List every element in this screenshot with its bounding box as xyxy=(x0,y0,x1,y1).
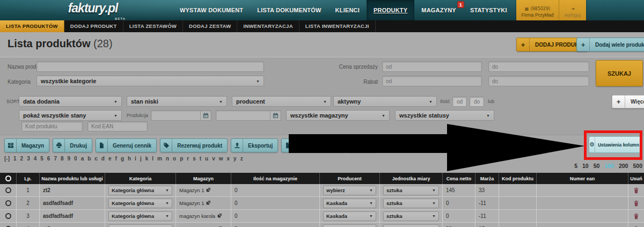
magazyny-select[interactable]: wszystkie magazyny▼ xyxy=(286,110,390,121)
producent-row-select[interactable]: wybierz▼ xyxy=(323,224,376,227)
alphabet-page-link[interactable]: o xyxy=(173,156,176,162)
alphabet-page-link[interactable]: z xyxy=(240,156,243,162)
alphabet-page-link[interactable]: x xyxy=(227,156,230,162)
page-size-option[interactable]: 200 xyxy=(619,163,628,169)
kategoria-row-select[interactable]: Kategoria główna▼ xyxy=(108,224,172,227)
alphabet-page-link[interactable]: s xyxy=(193,156,196,162)
nav-item-statystyki[interactable]: STATYSTYKI xyxy=(463,0,514,20)
alphabet-page-link[interactable]: 0 xyxy=(74,156,77,162)
kod-ean-input[interactable] xyxy=(87,121,148,131)
alphabet-page-link[interactable]: m xyxy=(157,156,162,162)
alphabet-page-link[interactable]: k xyxy=(145,156,149,162)
page-size-option[interactable]: 10 xyxy=(582,163,589,169)
nav-item-magazyny[interactable]: MAGAZYNY1 xyxy=(414,0,463,20)
trash-icon[interactable] xyxy=(633,213,639,219)
jednostka-row-select[interactable]: sztuka▼ xyxy=(383,224,439,227)
alphabet-page-link[interactable]: 7 xyxy=(54,156,57,162)
logo[interactable]: faktury.plBETA xyxy=(53,1,133,19)
subtab-inwentaryzacja[interactable]: INWENTARYZACJA xyxy=(237,20,299,32)
producent-row-select[interactable]: wybierz▼ xyxy=(323,186,376,195)
subtab-dodaj-produkt[interactable]: DODAJ PRODUKT xyxy=(64,20,123,32)
calendar-icon[interactable] xyxy=(270,111,281,120)
produkcja-do-date-input[interactable] xyxy=(216,110,281,121)
alphabet-page-link[interactable]: 4 xyxy=(34,156,37,162)
kategoria-row-select[interactable]: Kategoria główna▼ xyxy=(108,211,172,221)
column-settings-button[interactable]: ⚙ Ustawienia kolumn xyxy=(589,136,641,153)
toolbar-button-generuj-cennik[interactable]: Generuj cennik xyxy=(96,138,157,152)
alphabet-page-link[interactable]: v xyxy=(212,156,215,162)
more-filters-button[interactable]: + Więcej xyxy=(612,95,644,108)
nav-item-produkty[interactable]: PRODUKTY xyxy=(367,0,414,20)
cena-do-input[interactable] xyxy=(488,61,589,72)
search-button[interactable]: SZUKAJ xyxy=(596,60,643,86)
rabat-do-input[interactable] xyxy=(488,76,589,86)
alphabet-page-link[interactable]: 5 xyxy=(40,156,43,162)
toolbar-button-rezerwuj-produkt[interactable]: Rezerwuj produkt xyxy=(160,138,228,152)
toolbar-button-magazyn[interactable]: Magazyn xyxy=(4,138,49,152)
jednostka-row-select[interactable]: sztuka▼ xyxy=(383,186,439,195)
nav-item-lista-dokumentów[interactable]: LISTA DOKUMENTÓW xyxy=(250,0,328,20)
alphabet-page-link[interactable]: r xyxy=(187,156,189,162)
alphabet-page-link[interactable]: g xyxy=(121,156,124,162)
kod-produktu-input[interactable] xyxy=(21,121,83,131)
page-size-option[interactable]: 500 xyxy=(633,163,642,169)
toolbar-button-drukuj[interactable]: Drukuj xyxy=(53,138,92,152)
alphabet-page-link[interactable]: i xyxy=(135,156,136,162)
calendar-icon[interactable] xyxy=(200,111,211,120)
alphabet-page-link[interactable]: 9 xyxy=(68,156,71,162)
ilosc-od-input[interactable] xyxy=(452,97,467,107)
alphabet-page-link[interactable]: f xyxy=(115,156,117,162)
nav-item-wystaw-dokument[interactable]: WYSTAW DOKUMENT xyxy=(173,0,250,20)
alphabet-page-link[interactable]: n xyxy=(166,156,169,162)
rabat-od-input[interactable] xyxy=(382,76,482,86)
trash-icon[interactable] xyxy=(633,187,639,194)
toolbar-button-eksportuj[interactable]: Eksportuj xyxy=(231,138,278,152)
select-all-header[interactable] xyxy=(0,173,16,184)
ilosc-do-input[interactable] xyxy=(470,97,484,107)
stany-select[interactable]: pokaż wszystkie stany▼ xyxy=(19,110,122,121)
kategoria-row-select[interactable]: Kategoria główna▼ xyxy=(108,199,172,208)
subtab-lista-zestawów[interactable]: LISTA ZESTAWÓW xyxy=(123,20,183,32)
sort-select[interactable]: data dodania▼ xyxy=(19,96,122,107)
page-size-option[interactable]: 100 xyxy=(604,163,614,169)
kategoria-select[interactable]: wszystkie kategorie▼ xyxy=(36,76,264,86)
jednostka-row-select[interactable]: sztuka▼ xyxy=(383,199,439,208)
alphabet-page-link[interactable]: b xyxy=(87,156,91,162)
nazwa-produktu-input[interactable] xyxy=(36,61,264,72)
alphabet-page-link[interactable]: t xyxy=(200,156,201,162)
alphabet-page-link[interactable]: p xyxy=(180,156,183,162)
trash-icon[interactable] xyxy=(633,200,639,207)
alphabet-page-link[interactable]: a xyxy=(81,156,84,162)
produkcja-od-date-input[interactable] xyxy=(151,110,211,121)
alphabet-page-link[interactable]: d xyxy=(101,156,105,162)
alphabet-page-link[interactable]: 1 xyxy=(13,156,17,162)
nav-item-klienci[interactable]: KLIENCI xyxy=(328,0,367,20)
subtab-lista-produktów[interactable]: LISTA PRODUKTÓW xyxy=(0,20,64,32)
jednostka-row-select[interactable]: sztuka▼ xyxy=(383,211,439,221)
alphabet-page-link[interactable]: j xyxy=(140,156,142,162)
row-radio[interactable] xyxy=(5,200,11,206)
alphabet-page-link[interactable]: c xyxy=(94,156,98,162)
producent-row-select[interactable]: Kaskada▼ xyxy=(323,211,376,221)
aktywny-select[interactable]: aktywny▼ xyxy=(333,96,437,107)
cena-od-input[interactable] xyxy=(382,61,482,72)
row-radio[interactable] xyxy=(5,187,11,193)
alphabet-page-link[interactable]: y xyxy=(233,156,237,162)
alphabet-page-link[interactable]: u xyxy=(205,156,208,162)
alphabet-page-link[interactable]: 2 xyxy=(20,156,24,162)
kategoria-row-select[interactable]: Kategoria główna▼ xyxy=(108,186,172,195)
page-size-option[interactable]: 5 xyxy=(574,163,577,169)
alphabet-page-link[interactable]: l xyxy=(152,156,153,162)
page-size-option[interactable]: 50 xyxy=(594,163,600,169)
alphabet-page-link[interactable]: e xyxy=(108,156,112,162)
alphabet-page-link[interactable]: h xyxy=(128,156,131,162)
row-radio[interactable] xyxy=(5,213,11,219)
statusy-select[interactable]: wszystkie statusy▼ xyxy=(395,110,494,121)
producent-filter-select[interactable]: producent▼ xyxy=(232,96,331,107)
alphabet-page-link[interactable]: [-] xyxy=(4,156,10,162)
alphabet-page-link[interactable]: 6 xyxy=(47,156,50,162)
subtab-dodaj-zestaw[interactable]: DODAJ ZESTAW xyxy=(183,20,237,32)
producent-row-select[interactable]: Kaskada▼ xyxy=(323,199,376,208)
alphabet-page-link[interactable]: 8 xyxy=(61,156,64,162)
toolbar-button-generuj-naklejki[interactable]: Generuj naklejki xyxy=(281,138,345,152)
